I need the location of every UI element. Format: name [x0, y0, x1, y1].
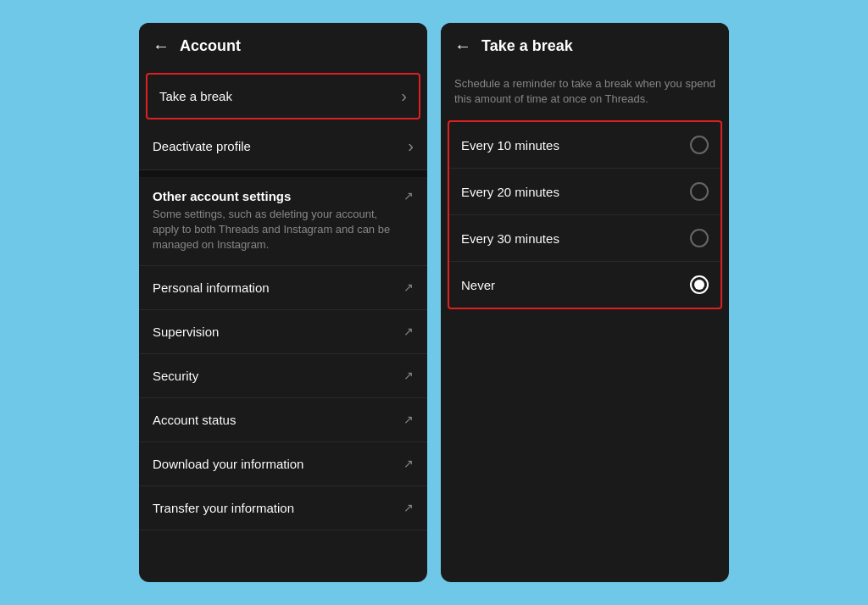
- supervision-label: Supervision: [153, 325, 219, 339]
- transfer-info-label: Transfer your information: [153, 501, 294, 515]
- download-info-item[interactable]: Download your information: [139, 442, 427, 486]
- account-status-icon: [403, 413, 414, 426]
- download-info-icon: [403, 457, 414, 470]
- option-20min-radio[interactable]: [690, 182, 709, 201]
- deactivate-chevron: [408, 136, 414, 156]
- option-10min[interactable]: Every 10 minutes: [449, 122, 721, 169]
- supervision-icon: [403, 325, 414, 338]
- security-item[interactable]: Security: [139, 354, 427, 398]
- other-settings-item[interactable]: Other account settings Some settings, su…: [139, 177, 427, 266]
- right-panel-title: Take a break: [481, 37, 573, 55]
- option-20min[interactable]: Every 20 minutes: [449, 169, 721, 215]
- other-settings-title: Other account settings: [153, 189, 397, 203]
- left-back-button[interactable]: [153, 36, 170, 56]
- left-menu-list: Take a break Deactivate profile Other ac…: [139, 69, 427, 582]
- account-status-item[interactable]: Account status: [139, 398, 427, 442]
- take-a-break-label: Take a break: [159, 89, 232, 103]
- subtitle-text: Schedule a reminder to take a break when…: [441, 69, 729, 117]
- option-30min-label: Every 30 minutes: [461, 231, 559, 246]
- transfer-info-item[interactable]: Transfer your information: [139, 486, 427, 530]
- personal-info-item[interactable]: Personal information: [139, 266, 427, 310]
- left-header: Account: [139, 23, 427, 69]
- option-never-label: Never: [461, 278, 495, 292]
- right-header: Take a break: [441, 23, 729, 69]
- option-10min-radio[interactable]: [690, 136, 709, 154]
- personal-info-label: Personal information: [153, 280, 270, 295]
- other-settings-desc: Some settings, such as deleting your acc…: [153, 207, 397, 253]
- supervision-item[interactable]: Supervision: [139, 310, 427, 354]
- deactivate-profile-item[interactable]: Deactivate profile: [139, 123, 427, 170]
- security-icon: [403, 369, 414, 382]
- break-options-list: Every 10 minutes Every 20 minutes Every …: [448, 120, 722, 309]
- option-30min-radio[interactable]: [690, 229, 709, 247]
- account-status-label: Account status: [153, 413, 236, 427]
- option-10min-label: Every 10 minutes: [461, 138, 559, 153]
- option-never-radio[interactable]: [690, 275, 709, 294]
- right-panel: Take a break Schedule a reminder to take…: [441, 23, 729, 582]
- deactivate-profile-label: Deactivate profile: [153, 139, 251, 153]
- option-30min[interactable]: Every 30 minutes: [449, 215, 721, 262]
- option-never[interactable]: Never: [449, 262, 721, 308]
- left-panel: Account Take a break Deactivate profile …: [139, 23, 427, 582]
- security-label: Security: [153, 369, 198, 383]
- option-20min-label: Every 20 minutes: [461, 185, 559, 199]
- right-back-button[interactable]: [454, 36, 471, 56]
- left-panel-title: Account: [180, 37, 241, 55]
- other-settings-external-icon: [403, 189, 414, 203]
- take-a-break-item[interactable]: Take a break: [146, 73, 420, 119]
- section-divider: [139, 170, 427, 177]
- take-a-break-chevron: [401, 86, 407, 106]
- transfer-info-icon: [403, 501, 414, 514]
- other-settings-content: Other account settings Some settings, su…: [153, 189, 397, 253]
- personal-info-icon: [403, 280, 414, 294]
- download-info-label: Download your information: [153, 457, 303, 471]
